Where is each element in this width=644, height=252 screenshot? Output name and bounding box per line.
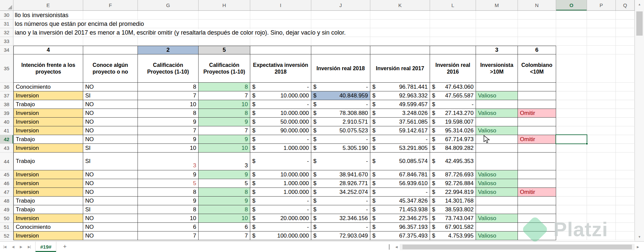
cell-P44[interactable] [587, 153, 616, 170]
cell-M39[interactable]: Valioso [476, 109, 518, 118]
column-header-I[interactable]: I [250, 0, 311, 10]
cell-J31[interactable] [311, 19, 370, 28]
tab-scroll-splitter[interactable] [389, 244, 390, 250]
scroll-right-icon[interactable]: ▶ [635, 245, 641, 249]
cell-Q39[interactable] [616, 109, 635, 118]
cell-F49[interactable]: SI [83, 205, 138, 214]
cell-G31[interactable] [138, 19, 199, 28]
scroll-up-icon[interactable]: ▲ [635, 0, 644, 9]
cell-E43[interactable]: Inversion [13, 144, 83, 153]
row-header-48[interactable]: 48 [0, 197, 13, 205]
cell-G52[interactable]: 7 [138, 232, 199, 240]
cell-L43[interactable]: $84.809.282 [430, 144, 476, 153]
cell-I44[interactable]: $- [250, 153, 311, 170]
cell-O41[interactable] [556, 126, 587, 135]
cell-M46[interactable]: Valioso [476, 179, 518, 188]
cell-E41[interactable]: Inversion [13, 126, 83, 135]
cell-J33[interactable] [311, 37, 370, 46]
cell-Q49[interactable] [616, 205, 635, 214]
cell-Q48[interactable] [616, 197, 635, 205]
cell-J38[interactable]: $- [311, 100, 370, 109]
cell-N44[interactable] [518, 153, 556, 170]
cell-K45[interactable]: $67.846.781 [370, 170, 430, 179]
cell-O37[interactable] [556, 91, 587, 100]
cell-K46[interactable]: $56.939.610 [370, 179, 430, 188]
cell-F44[interactable]: SI [83, 153, 138, 170]
cell-K51[interactable]: $96.357.193 [370, 223, 430, 232]
cell-I52[interactable]: $100.000.000 [250, 232, 311, 240]
horizontal-scrollbar-thumb[interactable] [402, 245, 632, 249]
cell-M47[interactable]: Valioso [476, 188, 518, 197]
cell-F43[interactable]: SI [83, 144, 138, 153]
cell-L44[interactable]: $42.495.353 [430, 153, 476, 170]
cell-E34[interactable]: 4 [13, 46, 83, 54]
cell-F39[interactable]: NO [83, 109, 138, 118]
row-header-33[interactable]: 33 [0, 37, 13, 46]
next-sheet-icon[interactable]: ▶ [20, 245, 22, 249]
cell-I47[interactable]: $1.000.000 [250, 188, 311, 197]
cell-F40[interactable]: NO [83, 118, 138, 126]
scroll-down-icon[interactable]: ▼ [635, 233, 644, 241]
cell-F34[interactable] [83, 46, 138, 54]
cell-G41[interactable]: 7 [138, 126, 199, 135]
column-header-M[interactable]: M [476, 0, 518, 10]
cell-G35[interactable]: Calificación Proyectos (1-10) [138, 54, 199, 83]
cell-I49[interactable]: $- [250, 205, 311, 214]
cell-E38[interactable]: Trabajo [13, 100, 83, 109]
cell-L35[interactable]: Inversión real 2016 [430, 54, 476, 83]
cell-F51[interactable]: NO [83, 223, 138, 232]
cell-L45[interactable]: $87.726.693 [430, 170, 476, 179]
cell-O48[interactable] [556, 197, 587, 205]
cell-P50[interactable] [587, 214, 616, 223]
cell-G45[interactable]: 9 [138, 170, 199, 179]
cell-G33[interactable] [138, 37, 199, 46]
row-header-47[interactable]: 47 [0, 188, 13, 197]
row-header-39[interactable]: 39 [0, 109, 13, 118]
cell-I42[interactable]: $- [250, 135, 311, 144]
cell-M33[interactable] [476, 37, 518, 46]
cell-J51[interactable]: $- [311, 223, 370, 232]
cell-F45[interactable]: NO [83, 170, 138, 179]
cell-K30[interactable] [370, 11, 430, 19]
cell-L52[interactable]: $4.753.995 [430, 232, 476, 240]
prev-sheet-icon[interactable]: ◀ [12, 245, 14, 249]
cell-O31[interactable] [556, 19, 587, 28]
cell-P46[interactable] [587, 179, 616, 188]
cell-P42[interactable] [587, 135, 616, 144]
cell-J48[interactable]: $- [311, 197, 370, 205]
cell-E33[interactable] [13, 37, 83, 46]
horizontal-scrollbar[interactable] [400, 244, 635, 250]
first-sheet-icon[interactable]: |◀ [3, 245, 6, 249]
cell-N34[interactable]: 6 [518, 46, 556, 54]
cell-E42[interactable]: Trabajo [13, 135, 83, 144]
cell-G36[interactable]: 8 [138, 83, 199, 91]
column-header-N[interactable]: N [518, 0, 556, 10]
cell-H30[interactable] [199, 11, 250, 19]
cell-F46[interactable]: NO [83, 179, 138, 188]
row-header-35[interactable]: 35 [0, 54, 13, 83]
cell-J49[interactable]: $- [311, 205, 370, 214]
cell-I35[interactable]: Expectativa inversión 2018 [250, 54, 311, 83]
cell-P39[interactable] [587, 109, 616, 118]
row-header-34[interactable]: 34 [0, 46, 13, 54]
cell-O47[interactable] [556, 188, 587, 197]
row-header-46[interactable]: 46 [0, 179, 13, 188]
cell-P48[interactable] [587, 197, 616, 205]
row-header-32[interactable]: 32 [0, 28, 13, 37]
column-header-G[interactable]: G [138, 0, 199, 10]
cell-N48[interactable] [518, 197, 556, 205]
cell-O50[interactable] [556, 214, 587, 223]
cell-J34[interactable] [311, 46, 370, 54]
cell-Q50[interactable] [616, 214, 635, 223]
cell-F42[interactable]: NO [83, 135, 138, 144]
cell-Q38[interactable] [616, 100, 635, 109]
cell-N37[interactable] [518, 91, 556, 100]
cell-H41[interactable]: 7 [199, 126, 250, 135]
cell-K37[interactable]: $92.963.332 [370, 91, 430, 100]
cell-M36[interactable] [476, 83, 518, 91]
cell-H38[interactable]: 10 [199, 100, 250, 109]
cell-H31[interactable] [199, 19, 250, 28]
cell-P33[interactable] [587, 37, 616, 46]
column-header-Q[interactable]: Q [616, 0, 635, 10]
cell-J30[interactable] [311, 11, 370, 19]
